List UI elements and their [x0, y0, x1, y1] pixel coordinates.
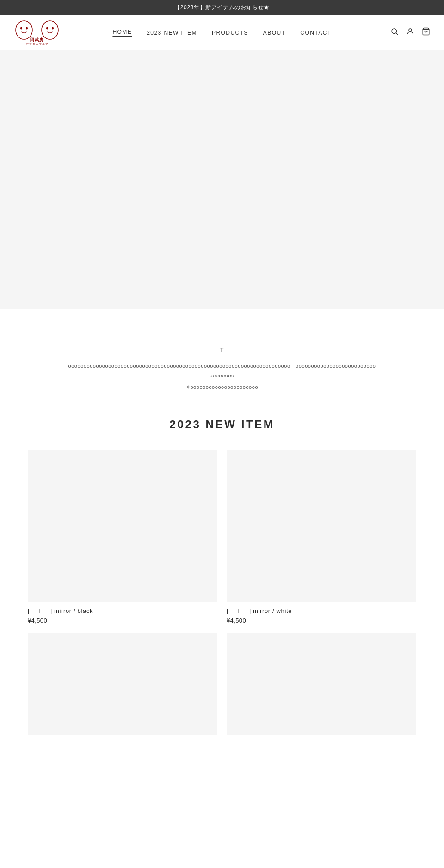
product-card[interactable]: [ T ] mirror / white ¥4,500	[227, 450, 416, 624]
nav-about[interactable]: ABOUT	[263, 30, 286, 36]
product-image-partial	[28, 633, 217, 735]
nav-products[interactable]: PRODUCTS	[212, 30, 248, 36]
nav-2023-new-item[interactable]: 2023 NEW ITEM	[147, 30, 197, 36]
product-price: ¥4,500	[227, 617, 416, 624]
section-title: 2023 NEW ITEM	[28, 418, 416, 431]
products-section: 2023 NEW ITEM [ T ] mirror / black ¥4,50…	[0, 418, 444, 763]
product-image-partial	[227, 633, 416, 735]
product-name: [ T ] mirror / white	[227, 607, 416, 615]
svg-point-0	[16, 21, 32, 39]
cart-icon[interactable]	[422, 27, 430, 38]
search-icon[interactable]	[390, 27, 399, 38]
announcement-text: 【2023年】新アイテムのお知らせ★	[174, 4, 270, 11]
nav-home[interactable]: HOME	[112, 29, 132, 37]
svg-point-10	[409, 29, 412, 31]
svg-point-3	[42, 21, 58, 39]
hero-section	[0, 50, 444, 309]
product-price: ¥4,500	[28, 617, 217, 624]
product-image	[227, 450, 416, 602]
svg-text:阿武虎: 阿武虎	[30, 37, 44, 42]
svg-text:アブタカマニア: アブタカマニア	[26, 42, 49, 45]
svg-point-5	[52, 27, 54, 30]
products-grid: [ T ] mirror / black ¥4,500 [ T ] mirror…	[28, 450, 416, 735]
product-name: [ T ] mirror / black	[28, 607, 217, 615]
product-image	[28, 450, 217, 602]
header: 阿武虎 アブタカマニア HOME 2023 NEW ITEM PRODUCTS …	[0, 15, 444, 50]
account-icon[interactable]	[406, 27, 414, 38]
svg-point-2	[26, 27, 28, 30]
svg-point-4	[46, 27, 48, 30]
product-card[interactable]: [ T ] mirror / black ¥4,500	[28, 450, 217, 624]
svg-line-9	[396, 33, 398, 35]
announcement-bar: 【2023年】新アイテムのお知らせ★	[0, 0, 444, 15]
header-icons	[390, 27, 430, 38]
info-body: oooooooooooooooooooooooooooooooooooooooo…	[37, 361, 407, 381]
nav-contact[interactable]: CONTACT	[300, 30, 331, 36]
product-card[interactable]	[227, 633, 416, 735]
info-letter: T	[37, 346, 407, 354]
logo[interactable]: 阿武虎 アブタカマニア	[14, 20, 60, 45]
spacer	[0, 309, 444, 346]
main-nav: HOME 2023 NEW ITEM PRODUCTS ABOUT CONTAC…	[112, 29, 331, 37]
info-note: ※oooooooooooooooooooooo	[37, 384, 407, 390]
svg-point-8	[392, 29, 397, 34]
svg-point-1	[20, 27, 22, 30]
product-card[interactable]	[28, 633, 217, 735]
info-section: T oooooooooooooooooooooooooooooooooooooo…	[0, 346, 444, 418]
